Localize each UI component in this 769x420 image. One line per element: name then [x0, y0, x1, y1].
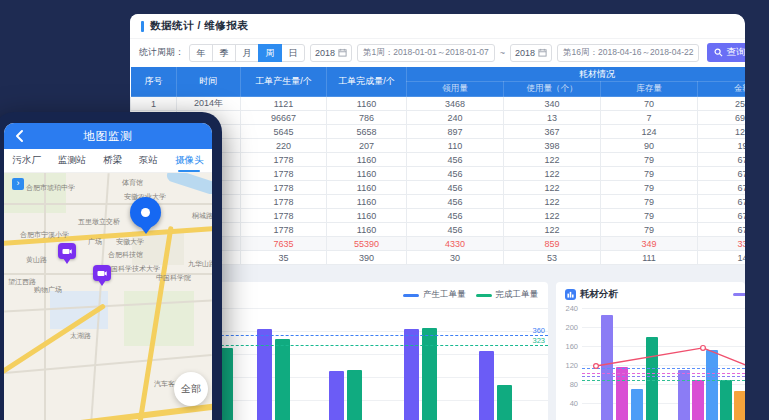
y-axis-tick: 200 — [558, 323, 578, 332]
reference-line-label: 323 — [532, 336, 545, 345]
table-cell: 456 — [407, 209, 504, 223]
expand-panel-button[interactable]: › — [12, 178, 24, 190]
period-segmented-control: 年季月周日 — [189, 44, 305, 62]
table-cell: 5645 — [241, 125, 327, 139]
table-cell: 122 — [504, 209, 601, 223]
query-button[interactable]: 查询 — [707, 43, 745, 62]
map-view[interactable]: 合肥市琥珀中学体育馆安徽农业大学桐城路五里墩立交桥合肥市宁溪小学安徽大学广场合肥… — [4, 173, 212, 420]
bar-完成工单量 — [347, 370, 362, 420]
table-cell: 859 — [504, 237, 601, 251]
week-end-value: 第16周：2018-04-16～2018-04-22 — [563, 47, 693, 59]
river — [165, 173, 212, 196]
table-cell: 456 — [407, 181, 504, 195]
column-header: 工单完成量/个 — [327, 67, 407, 97]
back-icon[interactable] — [12, 128, 28, 144]
week-end-field[interactable]: 第16周：2018-04-16～2018-04-22 — [557, 44, 699, 62]
table-cell: 79 — [601, 167, 698, 181]
phone-tab-桥梁[interactable]: 桥梁 — [103, 150, 122, 171]
group-header: 耗材情况 — [407, 67, 746, 82]
period-option-季[interactable]: 季 — [212, 44, 236, 62]
reference-line — [582, 368, 745, 369]
table-cell: 1778 — [241, 167, 327, 181]
phone-tab-监测站[interactable]: 监测站 — [58, 150, 87, 171]
legend-dash-clipped — [733, 293, 745, 296]
gridline — [582, 308, 745, 309]
range-separator: ~ — [500, 48, 505, 58]
reference-line-label: 360 — [532, 326, 545, 335]
phone-tab-污水厂[interactable]: 污水厂 — [12, 150, 41, 171]
legend-item[interactable]: 完成工单量 — [476, 289, 539, 301]
bar — [734, 391, 745, 420]
table-cell: 53 — [504, 251, 601, 265]
phone-tab-泵站[interactable]: 泵站 — [139, 150, 158, 171]
table-cell: 122 — [504, 181, 601, 195]
table-cell: 1778 — [241, 209, 327, 223]
year-end-value: 2018 — [515, 48, 535, 58]
table-cell: 67 — [698, 153, 746, 167]
table-cell: 1778 — [241, 153, 327, 167]
table-cell: 456 — [407, 167, 504, 181]
selected-location-pin[interactable] — [130, 197, 161, 228]
map-label: 中国科学技术大学 — [104, 264, 160, 274]
table-cell: 456 — [407, 223, 504, 237]
table-cell: 2014年 — [177, 97, 241, 111]
week-start-field[interactable]: 第1周：2018-01-01～2018-01-07 — [357, 44, 495, 62]
chart-icon — [565, 289, 576, 300]
year-start-value: 2018 — [315, 48, 335, 58]
map-label: 体育馆 — [122, 178, 143, 188]
week-start-value: 第1周：2018-01-01～2018-01-07 — [363, 47, 489, 59]
period-option-日[interactable]: 日 — [281, 44, 305, 62]
table-cell: 1160 — [327, 167, 407, 181]
legend-item[interactable]: 产生工单量 — [403, 289, 466, 301]
column-header: 序号 — [131, 67, 177, 97]
table-cell: 30 — [407, 251, 504, 265]
bar-完成工单量 — [497, 385, 512, 420]
table-row: 296667786240137690 — [131, 111, 746, 125]
all-filter-button[interactable]: 全部 — [174, 372, 208, 406]
year-end-select[interactable]: 2018 — [510, 44, 552, 62]
table-cell: 14 — [698, 251, 746, 265]
bar — [631, 389, 643, 420]
phone-header: 地图监测 — [4, 123, 212, 149]
camera-pin[interactable] — [58, 243, 76, 259]
table-row: 5177811604561227967 — [131, 153, 746, 167]
year-start-select[interactable]: 2018 — [310, 44, 352, 62]
phone-tab-摄像头[interactable]: 摄像头 — [175, 150, 204, 171]
bar — [720, 380, 732, 420]
table-cell: 122 — [504, 195, 601, 209]
table-cell: 13 — [504, 111, 601, 125]
table-row: 7177811604561227967 — [131, 181, 746, 195]
period-option-月[interactable]: 月 — [235, 44, 259, 62]
table-cell: 110 — [407, 139, 504, 153]
bar-产生工单量 — [479, 351, 494, 420]
phone-mockup: 地图监测 污水厂监测站桥梁泵站摄像头 合肥市琥珀中学体育 — [0, 112, 222, 420]
table-cell: 250 — [698, 97, 746, 111]
table-cell: 122 — [504, 167, 601, 181]
table-cell: 1121 — [241, 97, 327, 111]
consumables-chart: 耗材分析 2402001601208040 — [556, 282, 745, 420]
phone-page-title: 地图监测 — [83, 129, 133, 144]
calendar-icon — [538, 48, 547, 57]
map-street — [4, 203, 212, 205]
period-option-周[interactable]: 周 — [258, 44, 282, 62]
period-option-年[interactable]: 年 — [189, 44, 213, 62]
map-street — [44, 173, 46, 420]
table-cell: 79 — [601, 181, 698, 195]
table-cell: 122 — [504, 153, 601, 167]
table-row: 8177811604561227967 — [131, 195, 746, 209]
camera-pin[interactable] — [93, 265, 111, 281]
table-cell: 124 — [601, 125, 698, 139]
sub-column-header: 使用量（个） — [504, 82, 601, 97]
table-cell: 7 — [601, 111, 698, 125]
table-cell: 1160 — [327, 223, 407, 237]
table-row: 6177811604561227967 — [131, 167, 746, 181]
y-axis-tick: 240 — [558, 304, 578, 313]
table-cell: 897 — [407, 125, 504, 139]
table-cell: 67 — [698, 167, 746, 181]
table-cell: 1778 — [241, 223, 327, 237]
table-cell: 207 — [327, 139, 407, 153]
map-label: 购物广场 — [34, 285, 62, 295]
map-label: 太湖路 — [70, 331, 91, 341]
table-cell: 1160 — [327, 181, 407, 195]
reference-line — [582, 380, 745, 381]
